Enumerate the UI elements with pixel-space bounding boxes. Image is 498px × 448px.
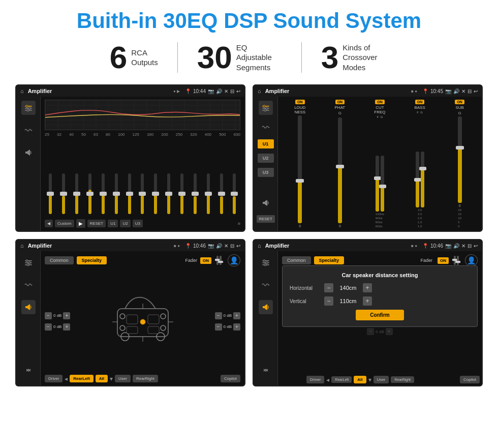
dist-sidebar-icon-speaker[interactable]	[259, 300, 273, 314]
eq-slider-7[interactable]	[141, 173, 144, 214]
sub-on[interactable]: ON	[455, 100, 464, 104]
dist-user-btn[interactable]: User	[374, 376, 389, 383]
status-bar-3: ⌂ Amplifier ■ ● 📍 10:46 📷 🔊 ✕ ⊟ ↩	[16, 240, 244, 251]
back-icon-3[interactable]: ↩	[236, 243, 240, 249]
all-btn[interactable]: All	[96, 375, 108, 382]
eq-slider-4[interactable]	[102, 173, 105, 214]
cross-reset-btn[interactable]: RESET	[257, 215, 275, 223]
u3-btn-1[interactable]: U3	[133, 220, 143, 227]
cross-sidebar-icon-filter[interactable]	[259, 101, 273, 115]
status-icons-3: 📍 10:46 📷 🔊 ✕ ⊟ ↩	[185, 243, 240, 249]
driver-btn[interactable]: Driver	[45, 375, 63, 382]
car-svg	[107, 293, 178, 349]
svg-rect-31	[148, 326, 159, 334]
eq-slider-8[interactable]	[154, 173, 157, 214]
home-icon-3[interactable]: ⌂	[20, 243, 24, 249]
eq-slider-3[interactable]	[88, 173, 91, 214]
volume-icon-3: 🔊	[216, 243, 222, 249]
eq-sidebar-icon-speaker[interactable]	[21, 145, 36, 160]
eq-slider-2[interactable]	[75, 173, 78, 214]
prev-btn[interactable]: ◀	[45, 220, 53, 227]
cross-sidebar-icon-speaker2[interactable]	[259, 196, 273, 210]
loudness-on[interactable]: ON	[295, 100, 305, 104]
u1-btn-1[interactable]: U1	[108, 220, 118, 227]
home-icon-4[interactable]: ⌂	[258, 243, 261, 249]
back-icon-4[interactable]: ↩	[474, 243, 478, 249]
eq-slider-1[interactable]	[62, 173, 65, 214]
dist-common-tab[interactable]: Common	[282, 256, 311, 264]
dist-rearleft-btn[interactable]: RearLeft	[331, 376, 352, 383]
dist-sidebar-icon-filter[interactable]	[259, 255, 273, 270]
bass-on[interactable]: ON	[415, 100, 425, 104]
fader-sidebar-icon-filter[interactable]	[21, 255, 36, 270]
u2-side-btn[interactable]: U2	[258, 154, 274, 163]
eq-slider-0[interactable]	[49, 173, 52, 214]
eq-sidebar-icon-wave[interactable]	[21, 123, 36, 137]
fader-sidebar-icon-wave[interactable]	[21, 278, 36, 292]
u2-btn-1[interactable]: U2	[120, 220, 130, 227]
sub-slider[interactable]	[458, 116, 462, 203]
back-icon-2[interactable]: ↩	[474, 88, 478, 94]
back-icon-1[interactable]: ↩	[236, 88, 240, 94]
dist-sidebar-icon-expand[interactable]	[259, 363, 273, 377]
eq-sidebar-icon-filter[interactable]	[21, 101, 36, 115]
vol-tr-minus[interactable]: −	[215, 312, 222, 319]
fader-sidebar-icon-speaker[interactable]	[21, 300, 36, 314]
cutfreq-slider-f[interactable]	[376, 156, 379, 212]
u3-side-btn[interactable]: U3	[258, 168, 274, 177]
person-icon[interactable]: 👤	[228, 254, 240, 266]
vol-br-minus[interactable]: −	[215, 323, 222, 331]
bass-slider-g[interactable]	[421, 152, 424, 207]
dist-on-btn[interactable]: ON	[438, 257, 449, 264]
vol-tl-plus[interactable]: +	[63, 312, 70, 319]
eq-slider-9[interactable]	[167, 173, 170, 214]
dist-rearright-btn[interactable]: RearRight	[391, 376, 414, 383]
vertical-plus[interactable]: +	[363, 296, 372, 306]
dist-specialty-tab[interactable]: Specialty	[314, 256, 345, 264]
fader-on-btn[interactable]: ON	[200, 257, 211, 264]
vol-tl-minus[interactable]: −	[45, 312, 52, 319]
vol-bl-minus[interactable]: −	[45, 323, 52, 331]
specialty-tab[interactable]: Specialty	[77, 256, 107, 264]
minimize-icon-1: ⊟	[230, 88, 234, 94]
eq-slider-12[interactable]	[207, 173, 210, 214]
eq-slider-6[interactable]	[128, 173, 131, 214]
eq-slider-5[interactable]	[115, 173, 118, 214]
fader-sidebar-icon-expand[interactable]	[21, 363, 36, 377]
cutfreq-slider-g[interactable]	[381, 156, 384, 212]
dist-all-btn[interactable]: All	[354, 376, 366, 383]
vol-tr-plus[interactable]: +	[233, 312, 240, 319]
cross-sidebar-icon-wave[interactable]	[259, 120, 273, 134]
rearleft-btn[interactable]: RearLeft	[70, 375, 93, 382]
svg-rect-23	[25, 306, 27, 308]
play-btn[interactable]: ▶	[76, 219, 85, 228]
horizontal-plus[interactable]: +	[363, 283, 372, 292]
horizontal-minus[interactable]: −	[324, 283, 333, 292]
eq-slider-11[interactable]	[194, 173, 197, 214]
user-btn[interactable]: User	[115, 375, 131, 382]
phat-on[interactable]: ON	[335, 100, 345, 104]
dist-person-icon[interactable]: 👤	[465, 254, 478, 266]
u1-side-btn[interactable]: U1	[258, 139, 274, 148]
confirm-button[interactable]: Confirm	[356, 310, 403, 320]
phat-slider[interactable]	[338, 117, 342, 223]
vol-bl-plus[interactable]: +	[63, 323, 70, 331]
home-icon-1[interactable]: ⌂	[20, 88, 24, 94]
loudness-slider[interactable]	[298, 115, 302, 223]
eq-slider-10[interactable]	[180, 173, 183, 214]
rearright-btn[interactable]: RearRight	[133, 375, 158, 382]
dist-driver-btn[interactable]: Driver	[306, 376, 324, 383]
dist-copilot-btn[interactable]: Copilot	[460, 376, 480, 383]
home-icon-2[interactable]: ⌂	[258, 88, 261, 94]
vertical-minus[interactable]: −	[324, 296, 333, 306]
common-tab[interactable]: Common	[45, 256, 74, 264]
copilot-btn[interactable]: Copilot	[221, 375, 240, 382]
eq-slider-col-4	[97, 173, 109, 215]
vol-br-plus[interactable]: +	[233, 323, 240, 331]
eq-slider-13[interactable]	[220, 173, 223, 214]
cutfreq-on[interactable]: ON	[375, 100, 385, 104]
reset-btn-1[interactable]: RESET	[87, 220, 106, 227]
dist-sidebar-icon-wave[interactable]	[259, 278, 273, 292]
eq-slider-14[interactable]	[233, 173, 236, 214]
bass-slider-f[interactable]	[416, 152, 419, 207]
